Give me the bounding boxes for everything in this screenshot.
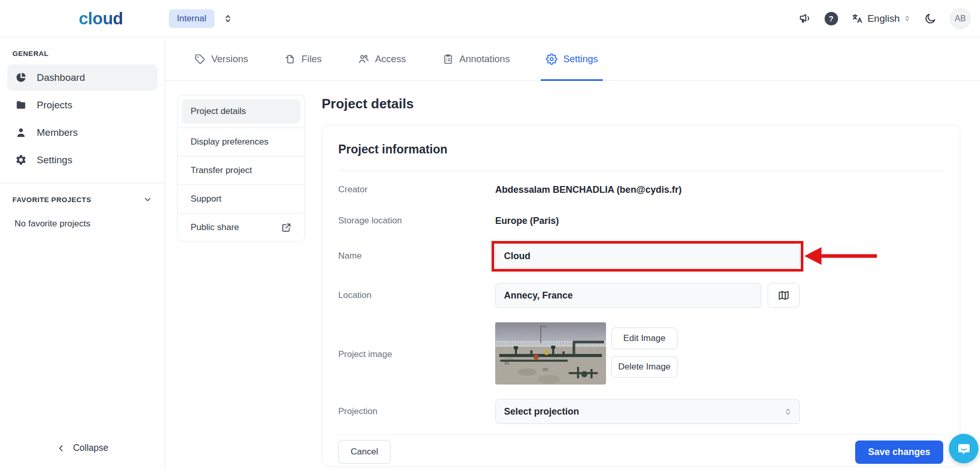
project-image-thumbnail	[495, 322, 606, 385]
announcements-button[interactable]	[798, 12, 811, 25]
tab-label: Files	[301, 53, 322, 65]
user-avatar[interactable]: AB	[950, 8, 971, 29]
creator-label: Creator	[338, 184, 495, 195]
location-label: Location	[338, 290, 495, 301]
chat-widget-button[interactable]	[949, 434, 978, 463]
clipboard-icon	[442, 53, 454, 65]
cancel-button[interactable]: Cancel	[338, 440, 391, 464]
tag-icon	[194, 53, 206, 65]
menu-item-label: Transfer project	[191, 165, 252, 176]
sidebar: GENERAL Dashboard Projects Members Setti…	[0, 37, 165, 469]
card-footer: Cancel Save changes	[338, 435, 943, 469]
menu-item-display-preferences[interactable]: Display preferences	[178, 127, 305, 156]
translate-icon	[852, 12, 863, 24]
tab-label: Access	[375, 53, 406, 65]
pie-chart-icon	[15, 72, 27, 83]
storage-location-row: Storage location Europe (Paris)	[338, 215, 943, 227]
tab-label: Settings	[563, 53, 598, 65]
project-name-input[interactable]	[495, 244, 800, 268]
menu-item-label: Public share	[191, 222, 239, 233]
creator-value: Abdessalam BENCHADLIA (ben@cydis.fr)	[495, 184, 943, 195]
creator-row: Creator Abdessalam BENCHADLIA (ben@cydis…	[338, 183, 943, 196]
up-down-chevrons-icon	[784, 408, 792, 416]
menu-item-label: Display preferences	[191, 137, 268, 147]
tab-label: Annotations	[459, 53, 510, 65]
save-changes-button[interactable]: Save changes	[855, 440, 943, 464]
collapse-sidebar-button[interactable]: Collapse	[0, 429, 165, 469]
open-map-button[interactable]	[768, 283, 800, 308]
sidebar-section-general: GENERAL	[12, 50, 152, 58]
sidebar-section-favorites: FAVORITE PROJECTS	[12, 195, 152, 204]
storage-location-value: Europe (Paris)	[495, 216, 943, 226]
sidebar-item-label: Members	[37, 127, 78, 138]
topbar-actions: ? English AB	[798, 8, 971, 29]
gear-icon	[15, 154, 27, 166]
annotation-arrow	[804, 247, 877, 265]
card-title: Project information	[338, 143, 943, 157]
moon-icon	[924, 12, 936, 25]
chevron-down-icon[interactable]	[143, 195, 152, 204]
workspace-switcher-button[interactable]	[223, 13, 233, 24]
gear-icon	[546, 53, 557, 65]
sidebar-item-dashboard[interactable]: Dashboard	[7, 64, 157, 91]
menu-item-project-details[interactable]: Project details	[182, 100, 300, 123]
sidebar-item-label: Dashboard	[37, 72, 85, 83]
top-bar: cloud Internal ? English	[0, 0, 980, 37]
location-row: Location	[338, 283, 943, 308]
name-label: Name	[338, 251, 495, 261]
help-icon: ?	[825, 12, 838, 25]
sidebar-divider	[0, 183, 165, 183]
project-information-card: Project information Creator Abdessalam B…	[322, 125, 960, 467]
menu-item-transfer-project[interactable]: Transfer project	[178, 156, 305, 184]
divider	[338, 170, 943, 171]
menu-item-label: Project details	[191, 106, 246, 117]
app-logo: cloud	[79, 9, 123, 29]
project-image-row: Project image	[338, 322, 943, 385]
settings-submenu: Project details Display preferences Tran…	[177, 95, 305, 242]
help-button[interactable]: ?	[825, 12, 838, 25]
tab-files[interactable]: Files	[281, 37, 325, 80]
sidebar-item-projects[interactable]: Projects	[7, 92, 157, 118]
folder-icon	[15, 99, 27, 111]
up-down-chevrons-icon	[223, 13, 233, 24]
tab-access[interactable]: Access	[355, 37, 409, 80]
language-label: English	[868, 13, 900, 24]
sidebar-item-label: Projects	[37, 100, 73, 111]
dark-mode-toggle[interactable]	[924, 12, 936, 25]
edit-image-button[interactable]: Edit Image	[611, 328, 678, 349]
general-title: GENERAL	[12, 50, 49, 58]
name-row: Name	[338, 244, 943, 268]
projection-select[interactable]: Select projection	[495, 399, 800, 424]
tab-settings[interactable]: Settings	[543, 37, 601, 80]
collapse-label: Collapse	[73, 443, 108, 453]
tab-label: Versions	[211, 53, 248, 65]
file-icon	[284, 53, 296, 65]
tab-annotations[interactable]: Annotations	[439, 37, 513, 80]
person-icon	[15, 126, 27, 138]
menu-item-support[interactable]: Support	[178, 184, 305, 213]
tab-versions[interactable]: Versions	[191, 37, 251, 80]
workspace-badge[interactable]: Internal	[169, 9, 215, 28]
project-image-label: Project image	[338, 349, 495, 360]
up-down-chevrons-icon	[904, 15, 911, 22]
help-glyph: ?	[829, 14, 833, 23]
project-tabs: Versions Files Access Annotations	[165, 37, 980, 81]
delete-image-button[interactable]: Delete Image	[611, 356, 678, 378]
projection-row: Projection Select projection	[338, 399, 943, 424]
sidebar-item-settings[interactable]: Settings	[7, 147, 157, 173]
menu-item-public-share[interactable]: Public share	[178, 213, 305, 241]
sidebar-item-members[interactable]: Members	[7, 119, 157, 146]
people-icon	[358, 53, 369, 65]
map-icon	[777, 289, 790, 302]
chevron-left-icon	[56, 444, 66, 453]
megaphone-icon	[798, 12, 811, 25]
main-area: Versions Files Access Annotations	[165, 37, 980, 469]
external-link-icon	[281, 222, 292, 233]
favorites-title: FAVORITE PROJECTS	[12, 196, 91, 204]
menu-item-label: Support	[191, 194, 222, 204]
language-selector[interactable]: English	[852, 12, 911, 24]
sidebar-item-label: Settings	[37, 154, 73, 166]
favorites-empty-text: No favorite projects	[15, 219, 165, 229]
projection-select-value: Select projection	[504, 406, 579, 417]
location-input[interactable]	[495, 283, 761, 308]
